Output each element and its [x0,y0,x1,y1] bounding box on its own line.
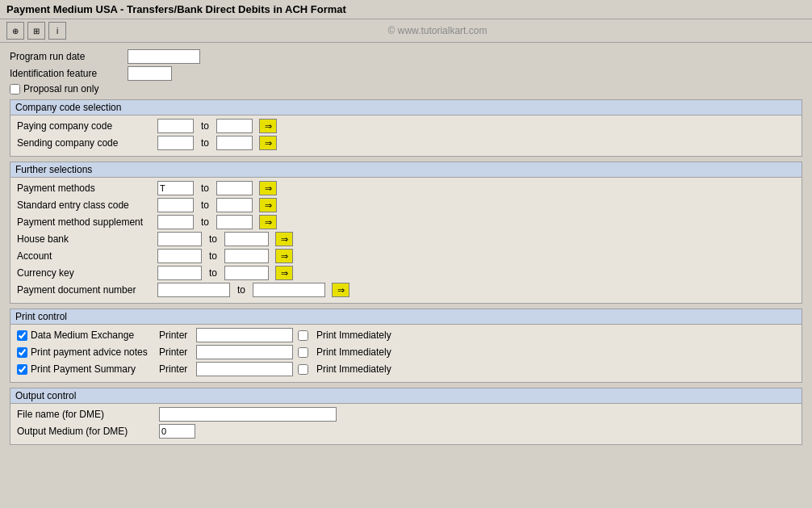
printer-input-1[interactable] [196,328,293,342]
paying-company-code-to[interactable] [216,119,253,133]
standard-entry-class-arrow[interactable]: ⇒ [259,198,277,212]
payment-document-number-to[interactable] [253,283,325,297]
file-name-input[interactable] [159,407,337,422]
further-selections-header: Further selections [10,162,802,178]
payment-method-supplement-arrow[interactable]: ⇒ [259,215,277,229]
currency-key-to[interactable] [224,266,269,280]
toolbar-btn-1[interactable]: ⊕ [6,22,24,40]
acc-to-label: to [205,250,221,262]
further-selections-section: Further selections Payment methods to ⇒ … [10,162,802,304]
top-fields: Program run date Identification feature … [10,49,802,94]
account-from[interactable] [157,249,202,263]
company-code-header: Company code selection [10,100,802,115]
payment-method-supplement-from[interactable] [157,215,194,229]
payment-methods-arrow[interactable]: ⇒ [259,181,277,195]
output-medium-input[interactable] [159,424,195,439]
account-to[interactable] [224,249,269,263]
house-bank-to[interactable] [224,232,269,246]
payment-method-supplement-label: Payment method supplement [17,216,154,228]
proposal-run-only-label: Proposal run only [23,83,98,94]
paying-to-label: to [197,120,213,132]
print-payment-advice-checkbox[interactable] [17,347,27,358]
payment-document-number-row: Payment document number to ⇒ [17,283,795,297]
standard-entry-class-row: Standard entry class code to ⇒ [17,198,795,212]
output-control-section: Output control File name (for DME) Outpu… [10,388,802,445]
sec-to-label: to [197,199,213,211]
title-bar: Payment Medium USA - Transfers/Bank Dire… [0,0,812,19]
payment-document-number-from[interactable] [157,283,230,297]
payment-document-number-arrow[interactable]: ⇒ [332,283,349,297]
print-immediately-label-1: Print Immediately [316,330,391,341]
account-label: Account [17,250,154,262]
toolbar-btn-2[interactable]: ⊞ [27,22,45,40]
standard-entry-class-from[interactable] [157,198,194,212]
toolbar: ⊕ ⊞ i © www.tutorialkart.com [0,19,812,43]
program-run-date-row: Program run date [10,49,802,64]
printer-label-3: Printer [159,363,191,375]
program-run-date-label: Program run date [10,51,123,62]
copyright: © www.tutorialkart.com [69,25,806,36]
sending-company-code-from[interactable] [157,136,194,150]
ck-to-label: to [205,267,221,279]
currency-key-arrow[interactable]: ⇒ [275,266,293,280]
file-name-row: File name (for DME) [17,407,795,422]
currency-key-label: Currency key [17,267,154,279]
printer-input-3[interactable] [196,362,293,376]
company-code-section: Company code selection Paying company co… [10,99,802,157]
toolbar-btn-3[interactable]: i [48,22,66,40]
print-payment-summary-label: Print Payment Summary [17,363,154,375]
payment-methods-row: Payment methods to ⇒ [17,181,795,195]
output-control-header: Output control [10,388,802,404]
house-bank-label: House bank [17,233,154,245]
print-immediately-checkbox-3[interactable] [298,364,308,375]
sending-company-code-arrow[interactable]: ⇒ [259,136,277,150]
print-control-header: Print control [10,309,802,325]
house-bank-arrow[interactable]: ⇒ [275,232,293,246]
data-medium-exchange-checkbox[interactable] [17,330,27,341]
paying-company-code-label: Paying company code [17,120,154,132]
print-immediately-label-2: Print Immediately [316,346,391,358]
printer-label-1: Printer [159,330,191,341]
payment-methods-to[interactable] [216,181,253,195]
standard-entry-class-to[interactable] [216,198,253,212]
output-medium-label: Output Medium (for DME) [17,426,154,437]
data-medium-exchange-row: Data Medium Exchange Printer Print Immed… [17,328,795,342]
printer-label-2: Printer [159,346,191,358]
data-medium-exchange-label: Data Medium Exchange [17,330,154,341]
print-immediately-checkbox-2[interactable] [298,347,308,358]
print-immediately-label-3: Print Immediately [316,363,391,375]
identification-feature-input[interactable] [128,66,172,81]
print-payment-advice-row: Print payment advice notes Printer Print… [17,345,795,359]
program-run-date-input[interactable] [128,49,200,64]
print-payment-advice-label: Print payment advice notes [17,346,154,358]
account-arrow[interactable]: ⇒ [275,249,293,263]
pms-to-label: to [197,216,213,228]
page-title: Payment Medium USA - Transfers/Bank Dire… [6,3,346,15]
paying-company-code-from[interactable] [157,119,194,133]
sending-company-code-row: Sending company code to ⇒ [17,136,795,150]
payment-methods-from[interactable] [157,181,194,195]
print-payment-summary-checkbox[interactable] [17,364,27,375]
sending-company-code-to[interactable] [216,136,253,150]
currency-key-from[interactable] [157,266,202,280]
print-immediately-checkbox-1[interactable] [298,330,308,341]
sending-to-label: to [197,137,213,149]
proposal-run-only-checkbox[interactable] [10,84,20,94]
print-control-section: Print control Data Medium Exchange Print… [10,309,802,383]
sending-company-code-label: Sending company code [17,137,154,149]
further-selections-body: Payment methods to ⇒ Standard entry clas… [10,178,802,303]
house-bank-from[interactable] [157,232,202,246]
account-row: Account to ⇒ [17,249,795,263]
standard-entry-class-label: Standard entry class code [17,199,154,211]
payment-method-supplement-to[interactable] [216,215,253,229]
printer-input-2[interactable] [196,345,293,359]
identification-feature-row: Identification feature [10,66,802,81]
proposal-run-only-row: Proposal run only [10,83,802,94]
paying-company-code-row: Paying company code to ⇒ [17,119,795,133]
print-control-body: Data Medium Exchange Printer Print Immed… [10,325,802,382]
hb-to-label: to [205,233,221,245]
paying-company-code-arrow[interactable]: ⇒ [259,119,277,133]
output-medium-row: Output Medium (for DME) [17,424,795,439]
payment-document-number-label: Payment document number [17,284,154,296]
payment-method-supplement-row: Payment method supplement to ⇒ [17,215,795,229]
